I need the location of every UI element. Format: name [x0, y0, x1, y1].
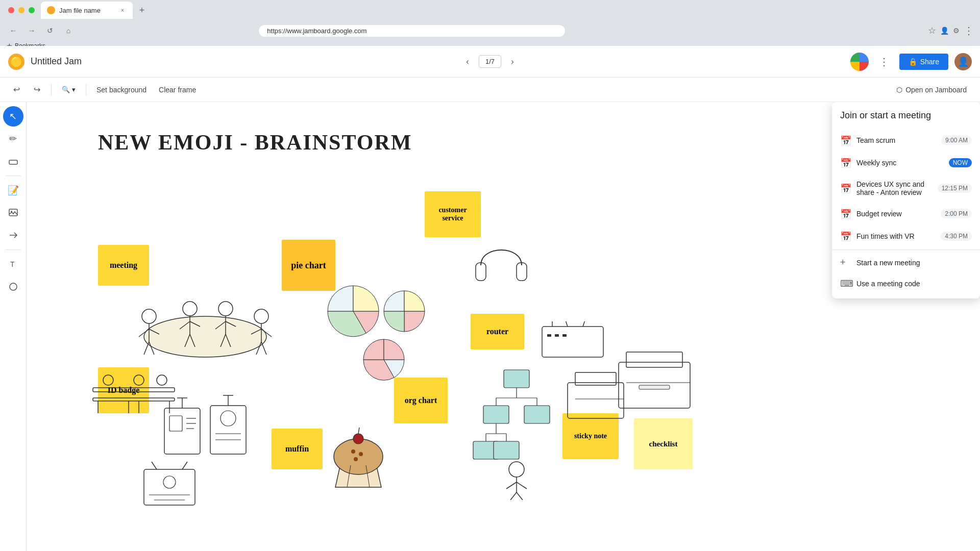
profile-btn[interactable]: 👤 — [940, 27, 949, 35]
svg-point-97 — [351, 449, 355, 454]
svg-point-5 — [144, 316, 266, 357]
tab-title: Jam file name — [59, 7, 101, 14]
open-on-jamboard-btn[interactable]: ⬡ Open on Jamboard — [891, 84, 972, 96]
share-button[interactable]: 🔒 Share — [899, 54, 948, 70]
sticky-note-tool-btn[interactable]: 📝 — [3, 180, 23, 201]
extensions-btn[interactable]: ⚙ — [953, 27, 960, 35]
start-new-meeting-btn[interactable]: + Start a new meeting — [832, 252, 980, 273]
plus-icon: + — [840, 257, 850, 268]
svg-rect-55 — [568, 383, 624, 418]
keyboard-icon: ⌨ — [840, 278, 850, 289]
checklist-sticky[interactable]: checklist — [634, 418, 693, 469]
tool-separator-2 — [6, 249, 21, 250]
frame-indicator[interactable]: 1/7 — [479, 55, 501, 68]
svg-rect-43 — [517, 263, 527, 281]
svg-rect-81 — [483, 406, 509, 423]
browser-tab[interactable]: Jam file name × — [41, 2, 133, 19]
calendar-icon-4: 📅 — [840, 231, 850, 241]
app-header: 🟡 Untitled Jam ‹ 1/7 › ⋮ 🔒 Share 👤 — [0, 46, 980, 78]
select-tool-btn[interactable]: ↖ — [3, 106, 23, 127]
tab-favicon — [47, 6, 55, 14]
meeting-name-2: Devices UX sync and share - Anton review — [856, 180, 932, 196]
more-options-btn[interactable]: ⋮ — [875, 53, 893, 71]
frame-prev-btn[interactable]: ‹ — [460, 55, 475, 69]
redo-btn[interactable]: ↪ — [29, 82, 45, 98]
frame-navigation: ‹ 1/7 › — [460, 55, 520, 69]
use-meeting-code-btn[interactable]: ⌨ Use a meeting code — [832, 273, 980, 294]
left-toolbar: ↖ ✏ 📝 T — [0, 102, 27, 551]
router-sticky[interactable]: router — [471, 314, 524, 349]
svg-line-101 — [358, 428, 359, 434]
headphone-sketch — [471, 230, 532, 298]
meeting-item-4[interactable]: 📅 Fun times with VR 4:30 PM — [832, 225, 980, 247]
user-avatar[interactable]: 👤 — [954, 53, 972, 70]
svg-line-93 — [517, 482, 527, 489]
svg-line-92 — [506, 482, 517, 489]
pen-tool-btn[interactable]: ✏ — [3, 129, 23, 149]
header-right: ⋮ 🔒 Share 👤 — [850, 53, 972, 71]
undo-btn[interactable]: ↩ — [8, 82, 24, 98]
calendar-icon-3: 📅 — [840, 209, 850, 219]
zoom-icon: 🔍 — [62, 86, 70, 93]
svg-point-90 — [509, 462, 524, 477]
browser-menu-btn[interactable]: ⋮ — [964, 24, 974, 37]
pie-chart-sketches — [323, 276, 435, 390]
zoom-caret: ▾ — [72, 86, 76, 93]
laser-tool-btn[interactable] — [3, 225, 23, 245]
minimize-window-btn[interactable] — [18, 7, 24, 13]
url-field[interactable]: https://www.jamboard.google.com — [259, 25, 565, 37]
open-on-jamboard-icon: ⬡ — [896, 86, 902, 94]
meeting-name-1: Weekly sync — [856, 159, 943, 167]
meeting-panel-title: Join or start a meeting — [832, 110, 980, 129]
meeting-sketch — [118, 276, 292, 380]
meeting-item-1[interactable]: 📅 Weekly sync NOW — [832, 152, 980, 174]
set-background-btn[interactable]: Set background — [92, 84, 151, 96]
back-btn[interactable]: ← — [6, 23, 20, 38]
home-btn[interactable]: ⌂ — [61, 23, 76, 38]
meeting-divider — [832, 249, 980, 250]
svg-point-74 — [163, 476, 176, 488]
svg-point-37 — [134, 375, 144, 385]
svg-line-72 — [152, 462, 157, 469]
meeting-name-0: Team scrum — [856, 136, 935, 144]
eraser-tool-btn[interactable] — [3, 151, 23, 171]
svg-rect-83 — [524, 406, 550, 423]
toolbar-divider-1 — [51, 84, 52, 96]
muffin-sticky[interactable]: muffin — [272, 429, 323, 469]
forward-btn[interactable]: → — [24, 23, 39, 38]
maximize-window-btn[interactable] — [29, 7, 35, 13]
close-window-btn[interactable] — [8, 7, 14, 13]
svg-line-47 — [583, 321, 585, 327]
clear-frame-btn[interactable]: Clear frame — [155, 84, 200, 96]
text-tool-btn[interactable]: T — [3, 254, 23, 274]
svg-rect-42 — [476, 263, 486, 281]
svg-point-38 — [157, 375, 167, 385]
meeting-item-0[interactable]: 📅 Team scrum 9:00 AM — [832, 129, 980, 152]
svg-rect-49 — [555, 334, 559, 337]
new-tab-btn[interactable]: + — [135, 3, 149, 17]
bookmark-star-icon[interactable]: ☆ — [928, 25, 936, 36]
org-chart-sketch — [465, 367, 568, 502]
svg-text:T: T — [10, 260, 15, 268]
share-icon: 🔒 — [909, 58, 917, 66]
toolbar-divider-2 — [86, 84, 86, 96]
tab-close-btn[interactable]: × — [118, 6, 127, 14]
image-tool-btn[interactable] — [3, 203, 23, 223]
svg-line-73 — [182, 462, 187, 469]
svg-line-10 — [144, 342, 149, 355]
svg-rect-1 — [9, 209, 17, 216]
app-title[interactable]: Untitled Jam — [31, 56, 82, 67]
frame-next-btn[interactable]: › — [505, 55, 520, 69]
meeting-item-2[interactable]: 📅 Devices UX sync and share - Anton revi… — [832, 174, 980, 203]
svg-rect-52 — [626, 352, 682, 367]
shape-tool-btn[interactable] — [3, 277, 23, 297]
svg-line-95 — [517, 492, 523, 500]
meeting-item-3[interactable]: 📅 Budget review 2:00 PM — [832, 203, 980, 225]
reload-btn[interactable]: ↺ — [43, 23, 57, 38]
meeting-time-0: 9:00 AM — [941, 136, 972, 145]
window-controls — [4, 5, 39, 15]
calendar-icon-1: 📅 — [840, 158, 850, 168]
google-meet-btn[interactable] — [850, 53, 869, 71]
zoom-control[interactable]: 🔍 ▾ — [58, 84, 80, 95]
canvas-area[interactable]: NEW EMOJI - BRAINSTORM meeting customer … — [27, 102, 980, 551]
